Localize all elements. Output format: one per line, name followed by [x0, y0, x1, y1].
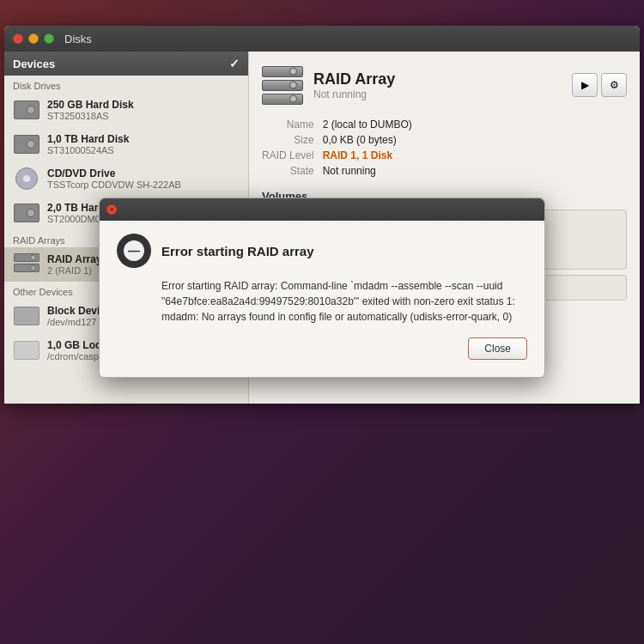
dialog-footer: Close [117, 337, 527, 364]
dialog-title: Error starting RAID array [161, 244, 314, 258]
dialog-header: Error starting RAID array [117, 234, 527, 268]
dialog-overlay: ✕ Error starting RAID array Error starti… [4, 26, 640, 404]
dialog-close-x-button[interactable]: ✕ [106, 204, 117, 215]
error-icon-inner [124, 240, 144, 261]
main-window: Disks Devices ✓ Disk Drives 250 GB Hard … [4, 26, 640, 404]
error-icon [117, 234, 151, 268]
dialog-title-bar: ✕ [100, 198, 544, 221]
error-dialog: ✕ Error starting RAID array Error starti… [99, 197, 545, 378]
close-dialog-button[interactable]: Close [468, 337, 527, 360]
dialog-message: Error starting RAID array: Command-line … [161, 278, 527, 325]
dialog-body: Error starting RAID array Error starting… [100, 221, 544, 377]
